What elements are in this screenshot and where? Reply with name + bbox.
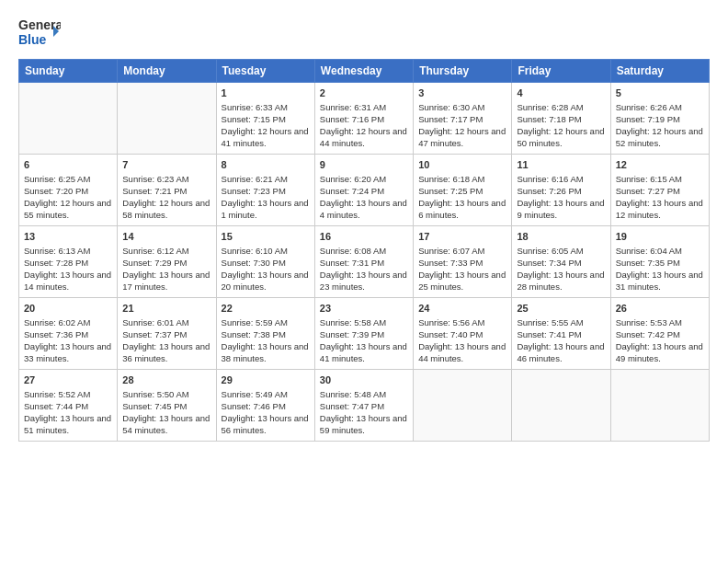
day-info: Sunrise: 6:05 AM Sunset: 7:34 PM Dayligh… — [517, 246, 605, 293]
day-number: 16 — [320, 230, 408, 244]
calendar-cell: 16Sunrise: 6:08 AM Sunset: 7:31 PM Dayli… — [314, 226, 413, 298]
day-info: Sunrise: 6:28 AM Sunset: 7:18 PM Dayligh… — [517, 102, 605, 149]
calendar-cell: 7Sunrise: 6:23 AM Sunset: 7:21 PM Daylig… — [118, 155, 216, 226]
day-info: Sunrise: 5:50 AM Sunset: 7:45 PM Dayligh… — [122, 389, 210, 436]
logo-svg: GeneralBlue — [18, 15, 61, 50]
week-row-4: 27Sunrise: 5:52 AM Sunset: 7:44 PM Dayli… — [19, 370, 710, 442]
day-info: Sunrise: 6:07 AM Sunset: 7:33 PM Dayligh… — [418, 246, 506, 293]
day-number: 11 — [517, 158, 605, 172]
day-info: Sunrise: 6:20 AM Sunset: 7:24 PM Dayligh… — [320, 174, 408, 221]
calendar-cell: 4Sunrise: 6:28 AM Sunset: 7:18 PM Daylig… — [512, 83, 610, 155]
day-number: 17 — [418, 230, 506, 244]
day-number: 1 — [222, 86, 310, 100]
day-number: 23 — [320, 302, 408, 316]
day-number: 19 — [616, 230, 704, 244]
header: GeneralBlue — [18, 15, 710, 50]
calendar-cell: 21Sunrise: 6:01 AM Sunset: 7:37 PM Dayli… — [118, 298, 216, 370]
calendar-cell: 5Sunrise: 6:26 AM Sunset: 7:19 PM Daylig… — [610, 83, 709, 155]
calendar-cell: 1Sunrise: 6:33 AM Sunset: 7:15 PM Daylig… — [216, 83, 314, 155]
calendar-table: SundayMondayTuesdayWednesdayThursdayFrid… — [18, 59, 710, 442]
calendar-cell: 20Sunrise: 6:02 AM Sunset: 7:36 PM Dayli… — [19, 298, 118, 370]
weekday-thursday: Thursday — [414, 60, 512, 83]
week-row-2: 13Sunrise: 6:13 AM Sunset: 7:28 PM Dayli… — [19, 226, 710, 298]
day-number: 12 — [616, 158, 704, 172]
day-number: 7 — [122, 158, 210, 172]
day-info: Sunrise: 6:15 AM Sunset: 7:27 PM Dayligh… — [616, 174, 704, 221]
day-info: Sunrise: 5:56 AM Sunset: 7:40 PM Dayligh… — [418, 317, 506, 364]
calendar-cell — [414, 370, 512, 442]
calendar-cell — [610, 370, 709, 442]
day-info: Sunrise: 6:21 AM Sunset: 7:23 PM Dayligh… — [222, 174, 310, 221]
calendar-cell: 18Sunrise: 6:05 AM Sunset: 7:34 PM Dayli… — [512, 226, 610, 298]
calendar-cell: 15Sunrise: 6:10 AM Sunset: 7:30 PM Dayli… — [216, 226, 314, 298]
day-info: Sunrise: 5:55 AM Sunset: 7:41 PM Dayligh… — [517, 317, 605, 364]
calendar-cell — [19, 83, 118, 155]
day-number: 6 — [24, 158, 112, 172]
day-info: Sunrise: 6:16 AM Sunset: 7:26 PM Dayligh… — [517, 174, 605, 221]
weekday-sunday: Sunday — [19, 60, 118, 83]
day-number: 29 — [222, 373, 310, 387]
day-info: Sunrise: 6:08 AM Sunset: 7:31 PM Dayligh… — [320, 246, 408, 293]
day-number: 14 — [122, 230, 210, 244]
weekday-saturday: Saturday — [610, 60, 709, 83]
day-number: 22 — [222, 302, 310, 316]
day-info: Sunrise: 6:25 AM Sunset: 7:20 PM Dayligh… — [24, 174, 112, 221]
day-info: Sunrise: 6:23 AM Sunset: 7:21 PM Dayligh… — [122, 174, 210, 221]
calendar-cell: 28Sunrise: 5:50 AM Sunset: 7:45 PM Dayli… — [118, 370, 216, 442]
calendar-cell: 14Sunrise: 6:12 AM Sunset: 7:29 PM Dayli… — [118, 226, 216, 298]
day-info: Sunrise: 6:33 AM Sunset: 7:15 PM Dayligh… — [222, 102, 310, 149]
week-row-0: 1Sunrise: 6:33 AM Sunset: 7:15 PM Daylig… — [19, 83, 710, 155]
day-info: Sunrise: 6:26 AM Sunset: 7:19 PM Dayligh… — [616, 102, 704, 149]
day-info: Sunrise: 6:01 AM Sunset: 7:37 PM Dayligh… — [122, 317, 210, 364]
calendar-cell: 8Sunrise: 6:21 AM Sunset: 7:23 PM Daylig… — [216, 155, 314, 226]
day-number: 8 — [222, 158, 310, 172]
day-number: 27 — [24, 373, 112, 387]
day-number: 10 — [418, 158, 506, 172]
week-row-3: 20Sunrise: 6:02 AM Sunset: 7:36 PM Dayli… — [19, 298, 710, 370]
week-row-1: 6Sunrise: 6:25 AM Sunset: 7:20 PM Daylig… — [19, 155, 710, 226]
weekday-friday: Friday — [512, 60, 610, 83]
calendar-cell: 2Sunrise: 6:31 AM Sunset: 7:16 PM Daylig… — [314, 83, 413, 155]
day-number: 25 — [517, 302, 605, 316]
day-info: Sunrise: 5:53 AM Sunset: 7:42 PM Dayligh… — [616, 317, 704, 364]
day-info: Sunrise: 5:52 AM Sunset: 7:44 PM Dayligh… — [24, 389, 112, 436]
day-number: 30 — [320, 373, 408, 387]
day-info: Sunrise: 6:02 AM Sunset: 7:36 PM Dayligh… — [24, 317, 112, 364]
day-info: Sunrise: 6:30 AM Sunset: 7:17 PM Dayligh… — [418, 102, 506, 149]
calendar-cell: 6Sunrise: 6:25 AM Sunset: 7:20 PM Daylig… — [19, 155, 118, 226]
weekday-tuesday: Tuesday — [216, 60, 314, 83]
calendar-cell: 22Sunrise: 5:59 AM Sunset: 7:38 PM Dayli… — [216, 298, 314, 370]
day-number: 4 — [517, 86, 605, 100]
page: GeneralBlue SundayMondayTuesdayWednesday… — [0, 0, 728, 563]
day-info: Sunrise: 6:18 AM Sunset: 7:25 PM Dayligh… — [418, 174, 506, 221]
calendar-cell: 23Sunrise: 5:58 AM Sunset: 7:39 PM Dayli… — [314, 298, 413, 370]
day-number: 9 — [320, 158, 408, 172]
day-info: Sunrise: 6:12 AM Sunset: 7:29 PM Dayligh… — [122, 246, 210, 293]
calendar-cell: 19Sunrise: 6:04 AM Sunset: 7:35 PM Dayli… — [610, 226, 709, 298]
day-info: Sunrise: 6:04 AM Sunset: 7:35 PM Dayligh… — [616, 246, 704, 293]
day-info: Sunrise: 6:10 AM Sunset: 7:30 PM Dayligh… — [222, 246, 310, 293]
day-info: Sunrise: 5:59 AM Sunset: 7:38 PM Dayligh… — [222, 317, 310, 364]
calendar-cell: 12Sunrise: 6:15 AM Sunset: 7:27 PM Dayli… — [610, 155, 709, 226]
day-number: 26 — [616, 302, 704, 316]
calendar-cell: 30Sunrise: 5:48 AM Sunset: 7:47 PM Dayli… — [314, 370, 413, 442]
calendar-cell: 3Sunrise: 6:30 AM Sunset: 7:17 PM Daylig… — [414, 83, 512, 155]
day-number: 21 — [122, 302, 210, 316]
day-info: Sunrise: 5:58 AM Sunset: 7:39 PM Dayligh… — [320, 317, 408, 364]
day-number: 2 — [320, 86, 408, 100]
calendar-cell: 27Sunrise: 5:52 AM Sunset: 7:44 PM Dayli… — [19, 370, 118, 442]
calendar-cell — [118, 83, 216, 155]
calendar-cell: 11Sunrise: 6:16 AM Sunset: 7:26 PM Dayli… — [512, 155, 610, 226]
calendar-cell: 9Sunrise: 6:20 AM Sunset: 7:24 PM Daylig… — [314, 155, 413, 226]
weekday-wednesday: Wednesday — [314, 60, 413, 83]
day-number: 15 — [222, 230, 310, 244]
day-number: 5 — [616, 86, 704, 100]
day-number: 13 — [24, 230, 112, 244]
calendar-cell: 17Sunrise: 6:07 AM Sunset: 7:33 PM Dayli… — [414, 226, 512, 298]
day-number: 3 — [418, 86, 506, 100]
calendar-cell: 25Sunrise: 5:55 AM Sunset: 7:41 PM Dayli… — [512, 298, 610, 370]
day-number: 20 — [24, 302, 112, 316]
day-info: Sunrise: 5:48 AM Sunset: 7:47 PM Dayligh… — [320, 389, 408, 436]
day-info: Sunrise: 6:31 AM Sunset: 7:16 PM Dayligh… — [320, 102, 408, 149]
calendar-cell: 13Sunrise: 6:13 AM Sunset: 7:28 PM Dayli… — [19, 226, 118, 298]
